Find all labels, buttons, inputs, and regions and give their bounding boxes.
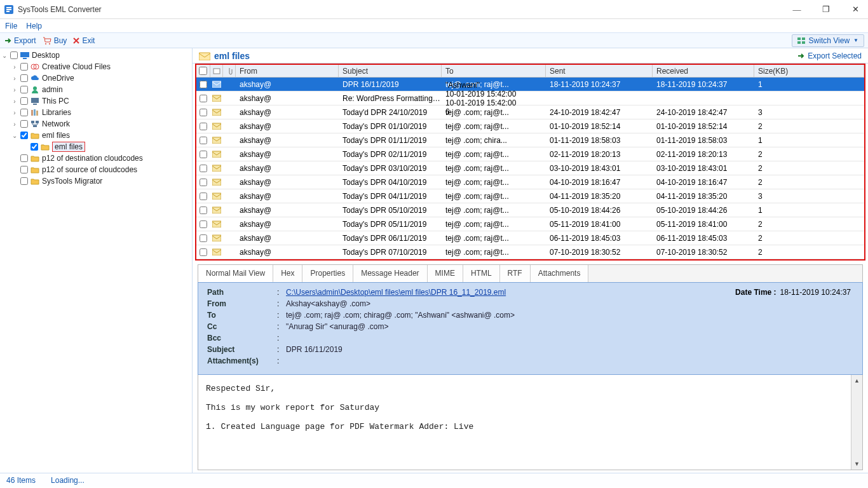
tree-checkbox[interactable] — [31, 143, 38, 151]
cell-received: 18-11-2019 10:24:37 — [653, 80, 754, 89]
header-to[interactable]: To — [442, 65, 546, 77]
tree-checkbox[interactable] — [20, 154, 28, 162]
tree-checkbox[interactable] — [20, 166, 28, 173]
preview-datetime: Date Time :18-11-2019 10:24:37 — [735, 288, 851, 297]
table-row[interactable]: akshay@Today'd DPR 24/10/2019tej@ .com; … — [196, 105, 864, 119]
collapse-icon[interactable]: ⌄ — [0, 52, 9, 59]
tree-checkbox[interactable] — [20, 74, 28, 82]
table-row[interactable]: akshay@Today's DPR 01/10/2019tej@ .com; … — [196, 119, 864, 133]
buy-button[interactable]: Buy — [43, 36, 67, 45]
tree-checkbox[interactable] — [20, 109, 28, 116]
tree-checkbox[interactable] — [20, 120, 28, 128]
table-row[interactable]: akshay@Today's DPR 06/11/2019tej@ .com; … — [196, 231, 864, 245]
row-checkbox[interactable] — [200, 248, 207, 256]
tree-item[interactable]: ›Network — [0, 118, 192, 130]
row-checkbox[interactable] — [200, 109, 207, 116]
row-checkbox[interactable] — [200, 220, 207, 228]
scroll-down-icon[interactable]: ▼ — [851, 458, 862, 470]
close-button[interactable]: ✕ — [846, 4, 864, 15]
row-checkbox[interactable] — [200, 179, 207, 186]
tree-checkbox[interactable] — [20, 97, 28, 105]
preview-tab[interactable]: Attachments — [531, 265, 589, 282]
table-row[interactable]: akshay@Today's DPR 04/11/2019tej@ .com; … — [196, 189, 864, 203]
tree-item[interactable]: ›OneDrive — [0, 72, 192, 84]
header-subject[interactable]: Subject — [339, 65, 442, 77]
row-checkbox[interactable] — [200, 81, 207, 88]
table-row[interactable]: akshay@Today's DPR 03/10/2019tej@ .com; … — [196, 161, 864, 175]
buy-label: Buy — [54, 36, 67, 45]
row-checkbox[interactable] — [200, 123, 207, 130]
expand-icon[interactable]: › — [10, 98, 19, 105]
expand-icon[interactable]: › — [10, 121, 19, 128]
preview-tab[interactable]: RTF — [500, 265, 531, 282]
preview-tab[interactable]: Hex — [273, 265, 302, 282]
header-from[interactable]: From — [236, 65, 339, 77]
row-checkbox[interactable] — [200, 95, 207, 102]
tree-item[interactable]: ›admin — [0, 84, 192, 95]
header-attachment-icon[interactable] — [223, 65, 236, 77]
preview-path[interactable]: C:\Users\admin\Desktop\eml files\eml fil… — [286, 288, 506, 297]
export-selected-button[interactable]: Export Selected — [797, 51, 862, 60]
table-row[interactable]: akshay@Today's DPR 01/11/2019tej@ .com; … — [196, 133, 864, 147]
expand-icon[interactable]: › — [10, 109, 19, 116]
cell-to: tej@ .com; raj@t... — [442, 248, 546, 257]
preview-scrollbar[interactable]: ▲ ▼ — [851, 375, 862, 470]
row-checkbox[interactable] — [200, 234, 207, 242]
table-row[interactable]: akshay@Today's DPR 05/11/2019tej@ .com; … — [196, 217, 864, 231]
collapse-icon[interactable]: ⌄ — [10, 132, 19, 139]
menu-file[interactable]: File — [5, 22, 17, 30]
row-checkbox[interactable] — [200, 151, 207, 158]
tree-checkbox[interactable] — [20, 132, 28, 139]
tree-item[interactable]: p12 of destination cloudcodes — [0, 152, 192, 164]
folder-tree[interactable]: ⌄Desktop›Creative Cloud Files›OneDrive›a… — [0, 48, 193, 473]
tree-item[interactable]: ⌄eml files — [0, 130, 192, 141]
tree-label: Desktop — [32, 51, 60, 60]
tree-item[interactable]: ⌄Desktop — [0, 50, 192, 61]
table-row[interactable]: akshay@Today's DPR 04/10/2019tej@ .com; … — [196, 175, 864, 189]
tree-checkbox[interactable] — [20, 86, 28, 93]
table-row[interactable]: akshay@Today's DPR 07/10/2019tej@ .com; … — [196, 245, 864, 259]
scroll-up-icon[interactable]: ▲ — [851, 375, 862, 386]
cell-sent: 01-11-2019 18:58:03 — [546, 136, 653, 145]
status-bar: 46 Items Loading... — [0, 473, 868, 487]
tree-checkbox[interactable] — [10, 51, 18, 59]
row-checkbox[interactable] — [200, 193, 207, 200]
preview-tab[interactable]: Message Header — [353, 265, 427, 282]
exit-button[interactable]: Exit — [73, 36, 95, 45]
preview-tab[interactable]: MIME — [428, 265, 463, 282]
tree-item[interactable]: p12 of source of cloudcodes — [0, 164, 192, 175]
preview-tab[interactable]: Properties — [302, 265, 353, 282]
svg-rect-30 — [212, 193, 221, 200]
preview-tab[interactable]: Normal Mail View — [198, 265, 273, 283]
maximize-button[interactable]: ❐ — [817, 4, 835, 15]
header-sent[interactable]: Sent — [546, 65, 653, 77]
tree-label: Creative Cloud Files — [42, 62, 111, 71]
expand-icon[interactable]: › — [10, 75, 19, 82]
minimize-button[interactable]: — — [788, 4, 806, 15]
tree-item[interactable]: eml files — [0, 141, 192, 152]
export-button[interactable]: Export — [4, 36, 36, 45]
tree-item[interactable]: ›This PC — [0, 95, 192, 107]
tree-checkbox[interactable] — [20, 177, 28, 185]
row-checkbox[interactable] — [200, 165, 207, 172]
table-row[interactable]: akshay@Today's DPR 05/10/2019tej@ .com; … — [196, 203, 864, 217]
header-mail-icon[interactable] — [210, 65, 223, 77]
tree-checkbox[interactable] — [20, 63, 28, 71]
cell-sent: 04-11-2019 18:35:20 — [546, 192, 653, 201]
header-size[interactable]: Size(KB) — [754, 65, 864, 77]
expand-icon[interactable]: › — [10, 86, 19, 93]
header-received[interactable]: Received — [653, 65, 754, 77]
table-row[interactable]: akshay@Re: WordPress Formatting Is..."As… — [196, 92, 864, 105]
header-checkbox[interactable] — [196, 65, 210, 77]
menu-help[interactable]: Help — [26, 22, 42, 30]
expand-icon[interactable]: › — [10, 64, 19, 71]
tree-item[interactable]: ›Libraries — [0, 107, 192, 118]
cell-to: tej@ .com; raj@t... — [442, 178, 546, 187]
preview-tab[interactable]: HTML — [463, 265, 500, 282]
tree-item[interactable]: ›Creative Cloud Files — [0, 61, 192, 72]
tree-item[interactable]: SysTools Migrator — [0, 175, 192, 187]
switch-view-button[interactable]: Switch View ▼ — [792, 34, 864, 47]
row-checkbox[interactable] — [200, 137, 207, 144]
row-checkbox[interactable] — [200, 207, 207, 214]
table-row[interactable]: akshay@Today's DPR 02/11/2019tej@ .com; … — [196, 147, 864, 161]
